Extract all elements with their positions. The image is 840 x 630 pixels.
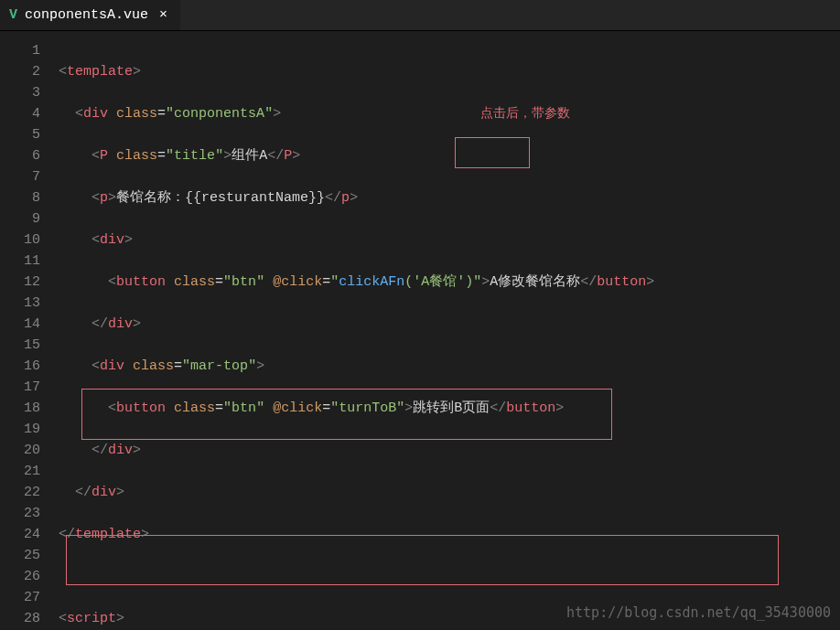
line-number: 21 xyxy=(0,461,40,482)
editor[interactable]: 1 2 3 4 5 6 7 8 9 10 11 12 13 14 15 16 1… xyxy=(0,31,840,630)
line-number: 18 xyxy=(0,398,40,419)
line-number: 25 xyxy=(0,545,40,566)
line-number: 20 xyxy=(0,440,40,461)
line-number: 23 xyxy=(0,503,40,524)
line-number: 14 xyxy=(0,314,40,335)
tab-active[interactable]: V conponentsA.vue × xyxy=(0,0,180,30)
line-number: 6 xyxy=(0,145,40,166)
line-number: 28 xyxy=(0,608,40,629)
code-line xyxy=(59,566,693,587)
line-number: 8 xyxy=(0,187,40,208)
annotation-text: 点击后，带参数 xyxy=(480,105,570,122)
line-number: 24 xyxy=(0,524,40,545)
tab-filename: conponentsA.vue xyxy=(25,7,148,23)
tabs-bar: V conponentsA.vue × xyxy=(0,0,840,31)
line-number: 1 xyxy=(0,40,40,61)
code-line: </div> xyxy=(59,440,693,461)
line-number: 22 xyxy=(0,482,40,503)
vue-icon: V xyxy=(9,7,17,23)
line-number: 3 xyxy=(0,82,40,103)
code-line: <p>餐馆名称：{{resturantName}}</p> xyxy=(59,187,693,208)
line-number: 13 xyxy=(0,293,40,314)
line-number: 26 xyxy=(0,566,40,587)
code-line: <div class="mar-top"> xyxy=(59,356,693,377)
code-line: </div> xyxy=(59,482,693,503)
code-line: </div> xyxy=(59,314,693,335)
line-number: 12 xyxy=(0,272,40,293)
line-number: 9 xyxy=(0,208,40,230)
code-line: <button class="btn" @click="turnToB">跳转到… xyxy=(59,398,693,419)
code-line: <P class="title">组件A</P> xyxy=(59,145,693,166)
line-number: 27 xyxy=(0,587,40,608)
watermark: http://blog.csdn.net/qq_35430000 xyxy=(566,604,831,621)
line-number: 15 xyxy=(0,335,40,356)
code-line: <template> xyxy=(59,61,693,82)
line-number: 19 xyxy=(0,419,40,440)
line-number: 10 xyxy=(0,230,40,251)
code-area[interactable]: <template> <div class="conponentsA"> <P … xyxy=(53,31,693,630)
line-number: 5 xyxy=(0,124,40,145)
line-number: 7 xyxy=(0,166,40,187)
line-number: 11 xyxy=(0,251,40,272)
close-icon[interactable]: × xyxy=(156,7,171,23)
code-line: </template> xyxy=(59,524,693,545)
gutter: 1 2 3 4 5 6 7 8 9 10 11 12 13 14 15 16 1… xyxy=(0,31,53,630)
line-number: 2 xyxy=(0,61,40,82)
code-line: <button class="btn" @click="clickAFn('A餐… xyxy=(59,272,693,293)
line-number: 17 xyxy=(0,377,40,398)
line-number: 16 xyxy=(0,356,40,377)
line-number: 4 xyxy=(0,103,40,124)
code-line: <div> xyxy=(59,230,693,251)
code-line: <div class="conponentsA"> xyxy=(59,103,693,124)
